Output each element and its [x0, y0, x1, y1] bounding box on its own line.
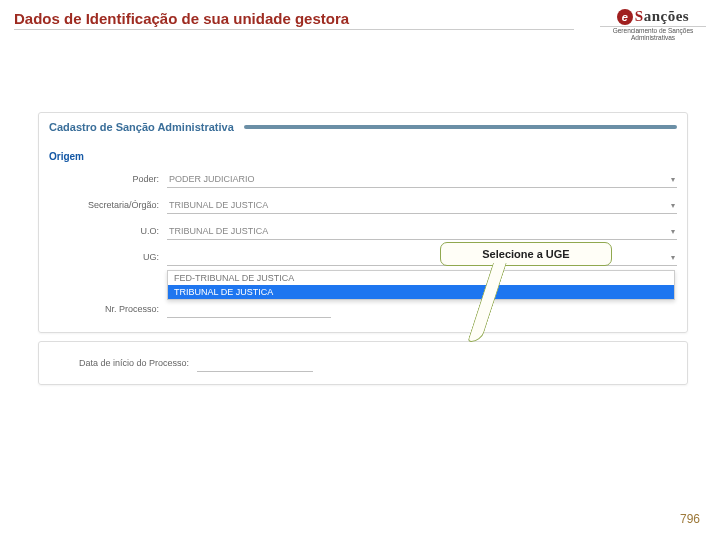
logo-badge-icon: e	[617, 9, 633, 25]
label-ug: UG:	[49, 252, 167, 262]
label-data-inicio: Data de início do Processo:	[49, 358, 197, 368]
panel-main: Cadastro de Sanção Administrativa Origem…	[38, 112, 688, 333]
dropdown-option-tribunal[interactable]: TRIBUNAL DE JUSTICA	[168, 285, 674, 299]
select-secretaria[interactable]	[167, 197, 677, 214]
slide-title: Dados de Identificação de sua unidade ge…	[14, 10, 574, 30]
label-uo: U.O:	[49, 226, 167, 236]
callout-select-uge: Selecione a UGE	[440, 242, 612, 266]
select-poder[interactable]	[167, 171, 677, 188]
app-logo: e Sanções Gerenciamento de Sanções Admin…	[600, 8, 706, 41]
logo-subtitle: Gerenciamento de Sanções Administrativas	[600, 26, 706, 41]
page-number: 796	[680, 512, 700, 526]
callout-text: Selecione a UGE	[482, 248, 569, 260]
row-secretaria: Secretaria/Órgão: ▾	[39, 192, 687, 218]
logo-word: Sanções	[635, 8, 689, 25]
label-secretaria: Secretaria/Órgão:	[49, 200, 167, 210]
row-uo: U.O: ▾	[39, 218, 687, 244]
panel-title: Cadastro de Sanção Administrativa	[49, 121, 234, 133]
dropdown-ug: FED-TRIBUNAL DE JUSTICA TRIBUNAL DE JUST…	[167, 270, 675, 300]
input-data-inicio[interactable]	[197, 355, 313, 372]
panel-title-line	[244, 125, 677, 129]
row-poder: Poder: ▾	[39, 166, 687, 192]
section-label-origem: Origem	[39, 137, 687, 166]
label-poder: Poder:	[49, 174, 167, 184]
label-nr-processo: Nr. Processo:	[49, 304, 167, 314]
input-nr-processo[interactable]	[167, 301, 331, 318]
panel-data-inicio: Data de início do Processo:	[38, 341, 688, 385]
row-data-inicio: Data de início do Processo:	[39, 350, 687, 376]
dropdown-option-fed[interactable]: FED-TRIBUNAL DE JUSTICA	[168, 271, 674, 285]
select-uo[interactable]	[167, 223, 677, 240]
